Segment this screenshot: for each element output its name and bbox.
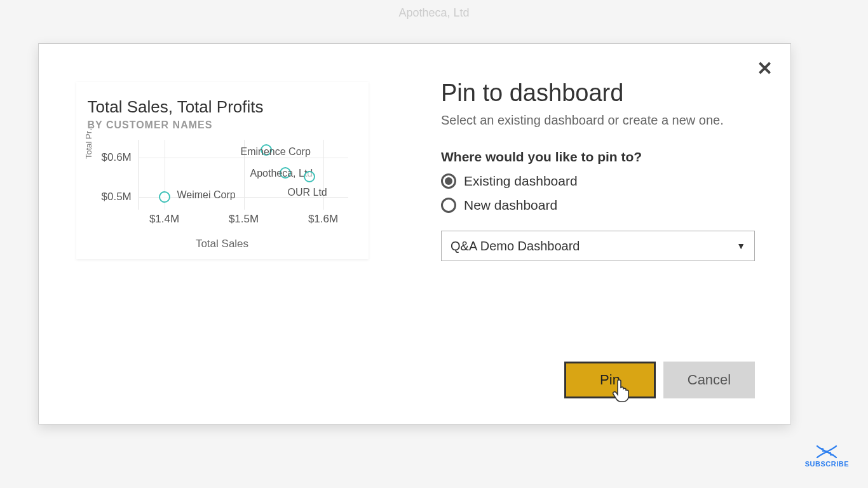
x-axis-label: Total Sales — [88, 238, 357, 250]
y-tick: $0.5M — [102, 191, 132, 203]
dialog-actions: Pin Cancel — [564, 362, 755, 398]
close-icon[interactable]: ✕ — [757, 59, 773, 78]
pin-button[interactable]: Pin — [564, 362, 656, 398]
radio-label: New dashboard — [464, 198, 557, 213]
subscribe-badge[interactable]: SUBSCRIBE — [805, 445, 849, 468]
radio-existing-dashboard[interactable]: Existing dashboard — [441, 173, 755, 189]
chart-title: Total Sales, Total Profits — [88, 97, 357, 117]
radio-button-icon — [441, 173, 456, 189]
data-point-label: Eminence Corp — [241, 146, 311, 158]
scatter-chart: Total Pro… $0.6M $0.5M Weimei Corp Emine… — [88, 140, 357, 248]
data-point — [159, 191, 170, 203]
chevron-down-icon: ▼ — [736, 241, 745, 251]
data-point-label: Weimei Corp — [177, 189, 236, 201]
dialog-title: Pin to dashboard — [441, 79, 755, 107]
dashboard-select[interactable]: Q&A Demo Dashboard ▼ — [441, 231, 755, 261]
data-point — [304, 171, 315, 182]
plot-area: Weimei Corp Eminence Corp Apotheca, Ltd … — [139, 140, 348, 210]
dialog-description: Select an existing dashboard or create a… — [441, 113, 755, 128]
cancel-button[interactable]: Cancel — [663, 362, 755, 398]
pin-to-dashboard-dialog: Total Sales, Total Profits BY CUSTOMER N… — [38, 43, 791, 424]
x-tick: $1.6M — [308, 213, 338, 226]
dna-icon — [816, 445, 837, 459]
y-axis-label: Total Pro… — [84, 121, 93, 159]
background-ghost-label: Apotheca, Ltd — [398, 6, 469, 20]
y-tick: $0.6M — [102, 151, 132, 164]
radio-new-dashboard[interactable]: New dashboard — [441, 198, 755, 213]
subscribe-label: SUBSCRIBE — [805, 460, 849, 468]
dialog-form-pane: ✕ Pin to dashboard Select an existing da… — [405, 44, 790, 424]
data-point-label: OUR Ltd — [288, 187, 327, 198]
radio-button-icon — [441, 198, 456, 213]
select-value: Q&A Demo Dashboard — [451, 239, 580, 254]
dialog-question: Where would you like to pin to? — [441, 149, 755, 165]
dialog-preview-pane: Total Sales, Total Profits BY CUSTOMER N… — [39, 44, 405, 424]
chart-subtitle: BY CUSTOMER NAMES — [88, 119, 357, 131]
chart-preview-card: Total Sales, Total Profits BY CUSTOMER N… — [76, 82, 369, 259]
x-tick: $1.4M — [149, 213, 179, 226]
radio-label: Existing dashboard — [464, 173, 578, 189]
x-tick: $1.5M — [229, 213, 259, 226]
